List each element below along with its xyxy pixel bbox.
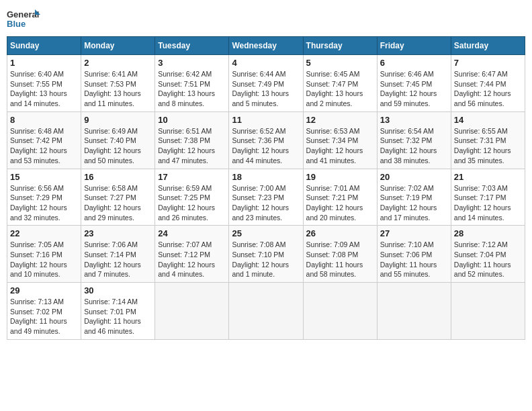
day-number: 20 xyxy=(380,172,448,182)
calendar-cell: 3Sunrise: 6:42 AMSunset: 7:51 PMDaylight… xyxy=(155,55,229,112)
calendar-cell: 13Sunrise: 6:54 AMSunset: 7:32 PMDayligh… xyxy=(377,111,451,169)
day-header-saturday: Saturday xyxy=(451,37,525,55)
calendar-cell xyxy=(229,283,303,340)
day-number: 24 xyxy=(158,228,226,238)
page-header: General Blue xyxy=(7,7,525,31)
calendar-cell: 23Sunrise: 7:06 AMSunset: 7:14 PMDayligh… xyxy=(81,226,155,283)
day-info: Sunrise: 7:03 AMSunset: 7:17 PMDaylight:… xyxy=(454,183,522,223)
calendar-week-row: 15Sunrise: 6:56 AMSunset: 7:29 PMDayligh… xyxy=(7,169,525,226)
calendar-cell: 28Sunrise: 7:12 AMSunset: 7:04 PMDayligh… xyxy=(451,226,525,283)
calendar-cell: 17Sunrise: 6:59 AMSunset: 7:25 PMDayligh… xyxy=(155,169,229,226)
day-info: Sunrise: 6:51 AMSunset: 7:38 PMDaylight:… xyxy=(158,126,226,166)
day-info: Sunrise: 7:08 AMSunset: 7:10 PMDaylight:… xyxy=(232,240,300,279)
day-info: Sunrise: 6:47 AMSunset: 7:44 PMDaylight:… xyxy=(454,69,522,109)
day-info: Sunrise: 7:00 AMSunset: 7:23 PMDaylight:… xyxy=(232,183,300,223)
calendar-cell: 22Sunrise: 7:05 AMSunset: 7:16 PMDayligh… xyxy=(7,226,81,283)
day-info: Sunrise: 6:59 AMSunset: 7:25 PMDaylight:… xyxy=(158,183,226,223)
day-info: Sunrise: 6:54 AMSunset: 7:32 PMDaylight:… xyxy=(380,126,448,166)
day-number: 27 xyxy=(380,228,448,238)
calendar-cell xyxy=(451,283,525,340)
day-info: Sunrise: 6:49 AMSunset: 7:40 PMDaylight:… xyxy=(84,126,152,166)
day-info: Sunrise: 6:52 AMSunset: 7:36 PMDaylight:… xyxy=(232,126,300,166)
day-number: 12 xyxy=(306,115,374,125)
day-number: 6 xyxy=(380,58,448,68)
calendar-header-row: SundayMondayTuesdayWednesdayThursdayFrid… xyxy=(7,37,525,55)
day-info: Sunrise: 7:01 AMSunset: 7:21 PMDaylight:… xyxy=(306,183,374,223)
calendar-cell: 16Sunrise: 6:58 AMSunset: 7:27 PMDayligh… xyxy=(81,169,155,226)
calendar-cell: 25Sunrise: 7:08 AMSunset: 7:10 PMDayligh… xyxy=(229,226,303,283)
calendar-cell: 20Sunrise: 7:02 AMSunset: 7:19 PMDayligh… xyxy=(377,169,451,226)
calendar-cell: 9Sunrise: 6:49 AMSunset: 7:40 PMDaylight… xyxy=(81,111,155,169)
day-header-thursday: Thursday xyxy=(303,37,377,55)
day-info: Sunrise: 7:13 AMSunset: 7:02 PMDaylight:… xyxy=(10,297,78,336)
calendar-cell xyxy=(303,283,377,340)
calendar-cell: 8Sunrise: 6:48 AMSunset: 7:42 PMDaylight… xyxy=(7,111,81,169)
day-header-monday: Monday xyxy=(81,37,155,55)
day-info: Sunrise: 7:02 AMSunset: 7:19 PMDaylight:… xyxy=(380,183,448,223)
day-header-wednesday: Wednesday xyxy=(229,37,303,55)
logo: General Blue xyxy=(7,7,40,31)
day-number: 1 xyxy=(10,58,78,68)
day-info: Sunrise: 6:40 AMSunset: 7:55 PMDaylight:… xyxy=(10,69,78,109)
calendar-cell xyxy=(155,283,229,340)
day-number: 26 xyxy=(306,228,374,238)
calendar-table: SundayMondayTuesdayWednesdayThursdayFrid… xyxy=(7,36,525,340)
day-number: 15 xyxy=(10,172,78,182)
logo-svg: General Blue xyxy=(7,7,40,31)
day-number: 3 xyxy=(158,58,226,68)
day-number: 17 xyxy=(158,172,226,182)
calendar-week-row: 29Sunrise: 7:13 AMSunset: 7:02 PMDayligh… xyxy=(7,283,525,340)
day-info: Sunrise: 7:09 AMSunset: 7:08 PMDaylight:… xyxy=(306,240,374,279)
calendar-cell: 2Sunrise: 6:41 AMSunset: 7:53 PMDaylight… xyxy=(81,55,155,112)
day-info: Sunrise: 6:48 AMSunset: 7:42 PMDaylight:… xyxy=(10,126,78,166)
svg-text:Blue: Blue xyxy=(7,19,26,29)
day-number: 21 xyxy=(454,172,522,182)
day-number: 29 xyxy=(10,285,78,295)
day-info: Sunrise: 6:46 AMSunset: 7:45 PMDaylight:… xyxy=(380,69,448,109)
day-info: Sunrise: 6:41 AMSunset: 7:53 PMDaylight:… xyxy=(84,69,152,109)
day-number: 25 xyxy=(232,228,300,238)
calendar-cell: 29Sunrise: 7:13 AMSunset: 7:02 PMDayligh… xyxy=(7,283,81,340)
day-header-friday: Friday xyxy=(377,37,451,55)
calendar-cell: 5Sunrise: 6:45 AMSunset: 7:47 PMDaylight… xyxy=(303,55,377,112)
day-info: Sunrise: 6:44 AMSunset: 7:49 PMDaylight:… xyxy=(232,69,300,109)
day-number: 5 xyxy=(306,58,374,68)
calendar-cell: 10Sunrise: 6:51 AMSunset: 7:38 PMDayligh… xyxy=(155,111,229,169)
day-info: Sunrise: 6:55 AMSunset: 7:31 PMDaylight:… xyxy=(454,126,522,166)
day-number: 28 xyxy=(454,228,522,238)
day-number: 7 xyxy=(454,58,522,68)
calendar-cell: 4Sunrise: 6:44 AMSunset: 7:49 PMDaylight… xyxy=(229,55,303,112)
day-number: 22 xyxy=(10,228,78,238)
day-info: Sunrise: 6:58 AMSunset: 7:27 PMDaylight:… xyxy=(84,183,152,223)
calendar-cell: 15Sunrise: 6:56 AMSunset: 7:29 PMDayligh… xyxy=(7,169,81,226)
day-number: 11 xyxy=(232,115,300,125)
calendar-week-row: 22Sunrise: 7:05 AMSunset: 7:16 PMDayligh… xyxy=(7,226,525,283)
day-info: Sunrise: 6:53 AMSunset: 7:34 PMDaylight:… xyxy=(306,126,374,166)
calendar-cell: 24Sunrise: 7:07 AMSunset: 7:12 PMDayligh… xyxy=(155,226,229,283)
day-number: 10 xyxy=(158,115,226,125)
calendar-cell: 1Sunrise: 6:40 AMSunset: 7:55 PMDaylight… xyxy=(7,55,81,112)
day-number: 2 xyxy=(84,58,152,68)
day-info: Sunrise: 7:05 AMSunset: 7:16 PMDaylight:… xyxy=(10,240,78,279)
day-number: 30 xyxy=(84,285,152,295)
day-number: 4 xyxy=(232,58,300,68)
calendar-cell: 27Sunrise: 7:10 AMSunset: 7:06 PMDayligh… xyxy=(377,226,451,283)
calendar-cell: 12Sunrise: 6:53 AMSunset: 7:34 PMDayligh… xyxy=(303,111,377,169)
day-header-tuesday: Tuesday xyxy=(155,37,229,55)
svg-text:General: General xyxy=(7,9,39,19)
day-info: Sunrise: 7:14 AMSunset: 7:01 PMDaylight:… xyxy=(84,297,152,336)
day-number: 14 xyxy=(454,115,522,125)
calendar-cell: 26Sunrise: 7:09 AMSunset: 7:08 PMDayligh… xyxy=(303,226,377,283)
day-info: Sunrise: 7:10 AMSunset: 7:06 PMDaylight:… xyxy=(380,240,448,279)
calendar-cell: 19Sunrise: 7:01 AMSunset: 7:21 PMDayligh… xyxy=(303,169,377,226)
day-info: Sunrise: 6:56 AMSunset: 7:29 PMDaylight:… xyxy=(10,183,78,223)
day-number: 16 xyxy=(84,172,152,182)
day-number: 9 xyxy=(84,115,152,125)
calendar-cell: 6Sunrise: 6:46 AMSunset: 7:45 PMDaylight… xyxy=(377,55,451,112)
day-number: 19 xyxy=(306,172,374,182)
calendar-cell: 21Sunrise: 7:03 AMSunset: 7:17 PMDayligh… xyxy=(451,169,525,226)
day-number: 8 xyxy=(10,115,78,125)
calendar-week-row: 1Sunrise: 6:40 AMSunset: 7:55 PMDaylight… xyxy=(7,55,525,112)
calendar-cell: 14Sunrise: 6:55 AMSunset: 7:31 PMDayligh… xyxy=(451,111,525,169)
day-number: 23 xyxy=(84,228,152,238)
